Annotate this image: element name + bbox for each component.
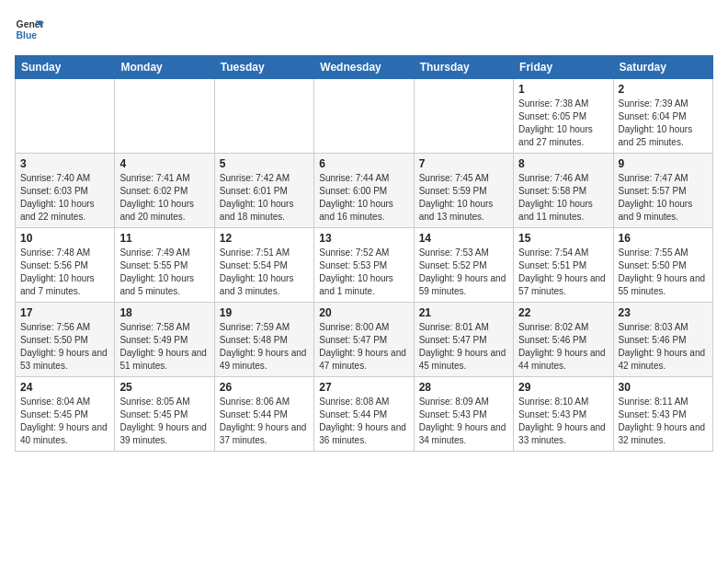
day-cell: 12Sunrise: 7:51 AM Sunset: 5:54 PM Dayli… bbox=[214, 228, 313, 303]
day-number: 27 bbox=[319, 381, 408, 394]
weekday-header-wednesday: Wednesday bbox=[314, 56, 414, 79]
weekday-header-tuesday: Tuesday bbox=[214, 56, 313, 79]
day-cell: 20Sunrise: 8:00 AM Sunset: 5:47 PM Dayli… bbox=[314, 303, 414, 377]
calendar-table: SundayMondayTuesdayWednesdayThursdayFrid… bbox=[15, 55, 713, 452]
day-number: 25 bbox=[119, 381, 209, 394]
day-info: Sunrise: 8:06 AM Sunset: 5:44 PM Dayligh… bbox=[220, 396, 309, 447]
day-cell: 15Sunrise: 7:54 AM Sunset: 5:51 PM Dayli… bbox=[514, 228, 613, 303]
day-cell: 14Sunrise: 7:53 AM Sunset: 5:52 PM Dayli… bbox=[414, 228, 513, 303]
day-cell: 9Sunrise: 7:47 AM Sunset: 5:57 PM Daylig… bbox=[613, 154, 712, 228]
day-number: 21 bbox=[419, 306, 508, 319]
day-info: Sunrise: 7:54 AM Sunset: 5:51 PM Dayligh… bbox=[518, 247, 608, 298]
day-cell: 22Sunrise: 8:02 AM Sunset: 5:46 PM Dayli… bbox=[514, 303, 613, 377]
day-cell: 16Sunrise: 7:55 AM Sunset: 5:50 PM Dayli… bbox=[613, 228, 712, 303]
day-number: 16 bbox=[619, 232, 708, 245]
day-cell: 13Sunrise: 7:52 AM Sunset: 5:53 PM Dayli… bbox=[314, 228, 414, 303]
day-cell: 29Sunrise: 8:10 AM Sunset: 5:43 PM Dayli… bbox=[514, 377, 613, 452]
week-row-2: 3Sunrise: 7:40 AM Sunset: 6:03 PM Daylig… bbox=[16, 154, 713, 228]
day-number: 3 bbox=[20, 157, 109, 170]
day-info: Sunrise: 7:58 AM Sunset: 5:49 PM Dayligh… bbox=[119, 321, 209, 373]
page-header: General Blue bbox=[15, 15, 713, 44]
day-info: Sunrise: 8:10 AM Sunset: 5:43 PM Dayligh… bbox=[518, 396, 608, 447]
weekday-header-friday: Friday bbox=[514, 56, 613, 79]
day-info: Sunrise: 7:47 AM Sunset: 5:57 PM Dayligh… bbox=[619, 172, 708, 224]
day-info: Sunrise: 7:59 AM Sunset: 5:48 PM Dayligh… bbox=[220, 321, 309, 373]
day-number: 9 bbox=[619, 157, 708, 170]
day-cell bbox=[214, 79, 313, 154]
day-cell: 25Sunrise: 8:05 AM Sunset: 5:45 PM Dayli… bbox=[115, 377, 214, 452]
day-info: Sunrise: 8:05 AM Sunset: 5:45 PM Dayligh… bbox=[119, 396, 209, 447]
weekday-header-saturday: Saturday bbox=[613, 56, 712, 79]
day-info: Sunrise: 7:55 AM Sunset: 5:50 PM Dayligh… bbox=[619, 247, 708, 298]
day-info: Sunrise: 7:51 AM Sunset: 5:54 PM Dayligh… bbox=[220, 247, 309, 298]
day-number: 12 bbox=[220, 232, 309, 245]
day-info: Sunrise: 7:39 AM Sunset: 6:04 PM Dayligh… bbox=[619, 98, 708, 149]
weekday-header-row: SundayMondayTuesdayWednesdayThursdayFrid… bbox=[16, 56, 713, 79]
day-number: 20 bbox=[319, 306, 408, 319]
day-cell: 18Sunrise: 7:58 AM Sunset: 5:49 PM Dayli… bbox=[115, 303, 214, 377]
day-info: Sunrise: 8:08 AM Sunset: 5:44 PM Dayligh… bbox=[319, 396, 408, 447]
weekday-header-sunday: Sunday bbox=[16, 56, 115, 79]
day-number: 26 bbox=[220, 381, 309, 394]
day-number: 24 bbox=[20, 381, 109, 394]
day-info: Sunrise: 8:00 AM Sunset: 5:47 PM Dayligh… bbox=[319, 321, 408, 373]
week-row-4: 17Sunrise: 7:56 AM Sunset: 5:50 PM Dayli… bbox=[16, 303, 713, 377]
day-cell: 4Sunrise: 7:41 AM Sunset: 6:02 PM Daylig… bbox=[115, 154, 214, 228]
day-number: 29 bbox=[518, 381, 608, 394]
day-cell bbox=[314, 79, 414, 154]
day-number: 22 bbox=[518, 306, 608, 319]
day-info: Sunrise: 8:02 AM Sunset: 5:46 PM Dayligh… bbox=[518, 321, 608, 373]
day-cell: 1Sunrise: 7:38 AM Sunset: 6:05 PM Daylig… bbox=[514, 79, 613, 154]
day-cell: 11Sunrise: 7:49 AM Sunset: 5:55 PM Dayli… bbox=[115, 228, 214, 303]
day-info: Sunrise: 7:38 AM Sunset: 6:05 PM Dayligh… bbox=[518, 98, 608, 149]
day-number: 6 bbox=[319, 157, 408, 170]
day-number: 4 bbox=[119, 157, 209, 170]
day-info: Sunrise: 8:09 AM Sunset: 5:43 PM Dayligh… bbox=[419, 396, 508, 447]
day-info: Sunrise: 7:40 AM Sunset: 6:03 PM Dayligh… bbox=[20, 172, 109, 224]
day-number: 1 bbox=[518, 83, 608, 96]
day-cell: 19Sunrise: 7:59 AM Sunset: 5:48 PM Dayli… bbox=[214, 303, 313, 377]
day-number: 19 bbox=[220, 306, 309, 319]
day-cell: 21Sunrise: 8:01 AM Sunset: 5:47 PM Dayli… bbox=[414, 303, 513, 377]
day-cell: 3Sunrise: 7:40 AM Sunset: 6:03 PM Daylig… bbox=[16, 154, 115, 228]
day-number: 7 bbox=[419, 157, 508, 170]
day-cell: 17Sunrise: 7:56 AM Sunset: 5:50 PM Dayli… bbox=[16, 303, 115, 377]
day-number: 17 bbox=[20, 306, 109, 319]
day-cell: 8Sunrise: 7:46 AM Sunset: 5:58 PM Daylig… bbox=[514, 154, 613, 228]
day-info: Sunrise: 8:04 AM Sunset: 5:45 PM Dayligh… bbox=[20, 396, 109, 447]
day-cell: 24Sunrise: 8:04 AM Sunset: 5:45 PM Dayli… bbox=[16, 377, 115, 452]
logo-icon: General Blue bbox=[15, 15, 44, 44]
week-row-3: 10Sunrise: 7:48 AM Sunset: 5:56 PM Dayli… bbox=[16, 228, 713, 303]
day-cell bbox=[16, 79, 115, 154]
day-info: Sunrise: 7:46 AM Sunset: 5:58 PM Dayligh… bbox=[518, 172, 608, 224]
day-info: Sunrise: 8:03 AM Sunset: 5:46 PM Dayligh… bbox=[619, 321, 708, 373]
day-cell: 28Sunrise: 8:09 AM Sunset: 5:43 PM Dayli… bbox=[414, 377, 513, 452]
day-number: 15 bbox=[518, 232, 608, 245]
day-number: 18 bbox=[119, 306, 209, 319]
day-cell: 23Sunrise: 8:03 AM Sunset: 5:46 PM Dayli… bbox=[613, 303, 712, 377]
day-number: 30 bbox=[619, 381, 708, 394]
day-info: Sunrise: 7:53 AM Sunset: 5:52 PM Dayligh… bbox=[419, 247, 508, 298]
day-number: 28 bbox=[419, 381, 508, 394]
day-number: 5 bbox=[220, 157, 309, 170]
day-info: Sunrise: 7:56 AM Sunset: 5:50 PM Dayligh… bbox=[20, 321, 109, 373]
day-number: 23 bbox=[619, 306, 708, 319]
day-number: 14 bbox=[419, 232, 508, 245]
day-cell: 2Sunrise: 7:39 AM Sunset: 6:04 PM Daylig… bbox=[613, 79, 712, 154]
svg-text:Blue: Blue bbox=[17, 30, 38, 40]
day-number: 13 bbox=[319, 232, 408, 245]
day-number: 10 bbox=[20, 232, 109, 245]
day-info: Sunrise: 8:01 AM Sunset: 5:47 PM Dayligh… bbox=[419, 321, 508, 373]
day-cell: 6Sunrise: 7:44 AM Sunset: 6:00 PM Daylig… bbox=[314, 154, 414, 228]
day-number: 11 bbox=[119, 232, 209, 245]
day-cell: 27Sunrise: 8:08 AM Sunset: 5:44 PM Dayli… bbox=[314, 377, 414, 452]
day-number: 8 bbox=[518, 157, 608, 170]
day-cell: 7Sunrise: 7:45 AM Sunset: 5:59 PM Daylig… bbox=[414, 154, 513, 228]
day-info: Sunrise: 7:44 AM Sunset: 6:00 PM Dayligh… bbox=[319, 172, 408, 224]
day-info: Sunrise: 8:11 AM Sunset: 5:43 PM Dayligh… bbox=[619, 396, 708, 447]
day-cell: 5Sunrise: 7:42 AM Sunset: 6:01 PM Daylig… bbox=[214, 154, 313, 228]
day-cell bbox=[115, 79, 214, 154]
day-info: Sunrise: 7:52 AM Sunset: 5:53 PM Dayligh… bbox=[319, 247, 408, 298]
day-info: Sunrise: 7:42 AM Sunset: 6:01 PM Dayligh… bbox=[220, 172, 309, 224]
day-info: Sunrise: 7:45 AM Sunset: 5:59 PM Dayligh… bbox=[419, 172, 508, 224]
